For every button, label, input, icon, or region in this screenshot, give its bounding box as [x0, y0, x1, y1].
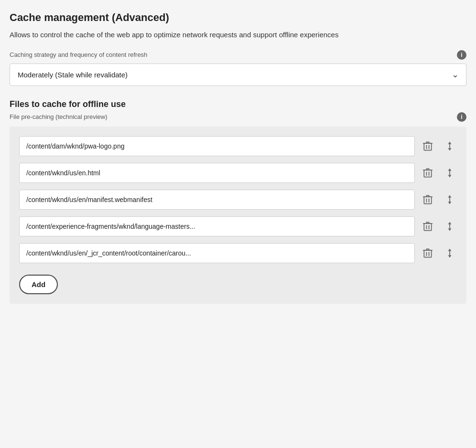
- svg-rect-0: [424, 143, 431, 150]
- sort-arrows-icon: [444, 167, 455, 179]
- table-row: [19, 136, 457, 156]
- sort-arrows-icon: [444, 194, 455, 205]
- svg-rect-8: [424, 197, 431, 204]
- sort-arrows-icon: [444, 221, 455, 232]
- svg-rect-12: [424, 224, 431, 231]
- delete-file-button[interactable]: [421, 219, 435, 234]
- reorder-file-button[interactable]: [443, 165, 457, 181]
- file-path-input[interactable]: [19, 243, 415, 263]
- file-path-input[interactable]: [19, 163, 415, 183]
- file-actions: [421, 192, 457, 207]
- trash-icon: [422, 167, 433, 179]
- caching-strategy-dropdown-wrapper: Moderately (Stale while revalidate)Aggre…: [10, 64, 466, 86]
- file-actions: [421, 139, 457, 154]
- caching-strategy-label: Caching strategy and frequency of conten…: [10, 51, 147, 58]
- file-path-input[interactable]: [19, 190, 415, 210]
- file-precaching-label: File pre-caching (technical preview): [10, 113, 107, 120]
- sort-arrows-icon: [444, 247, 455, 259]
- files-section-title: Files to cache for offline use: [10, 99, 466, 109]
- files-section: Add: [10, 127, 466, 304]
- reorder-file-button[interactable]: [443, 245, 457, 261]
- file-precaching-info-icon[interactable]: i: [457, 112, 466, 122]
- file-actions: [421, 245, 457, 261]
- file-path-input[interactable]: [19, 136, 415, 156]
- delete-file-button[interactable]: [421, 192, 435, 207]
- file-path-input[interactable]: [19, 216, 415, 236]
- add-button[interactable]: Add: [19, 275, 58, 294]
- reorder-file-button[interactable]: [443, 139, 457, 154]
- trash-icon: [422, 221, 433, 232]
- page-description: Allows to control the cache of the web a…: [10, 30, 466, 41]
- file-precaching-label-row: File pre-caching (technical preview) i: [10, 112, 466, 122]
- trash-icon: [422, 247, 433, 259]
- table-row: [19, 243, 457, 263]
- page-title: Cache management (Advanced): [10, 11, 466, 24]
- table-row: [19, 163, 457, 183]
- table-row: [19, 216, 457, 236]
- table-row: [19, 190, 457, 210]
- reorder-file-button[interactable]: [443, 192, 457, 207]
- trash-icon: [422, 140, 433, 152]
- delete-file-button[interactable]: [421, 245, 435, 261]
- reorder-file-button[interactable]: [443, 219, 457, 234]
- file-actions: [421, 219, 457, 234]
- caching-strategy-label-row: Caching strategy and frequency of conten…: [10, 50, 466, 60]
- svg-rect-16: [424, 250, 431, 257]
- svg-rect-4: [424, 170, 431, 177]
- delete-file-button[interactable]: [421, 165, 435, 181]
- trash-icon: [422, 194, 433, 205]
- caching-strategy-info-icon[interactable]: i: [457, 50, 466, 60]
- sort-arrows-icon: [444, 140, 455, 152]
- file-actions: [421, 165, 457, 181]
- delete-file-button[interactable]: [421, 139, 435, 154]
- caching-strategy-dropdown[interactable]: Moderately (Stale while revalidate)Aggre…: [10, 64, 466, 86]
